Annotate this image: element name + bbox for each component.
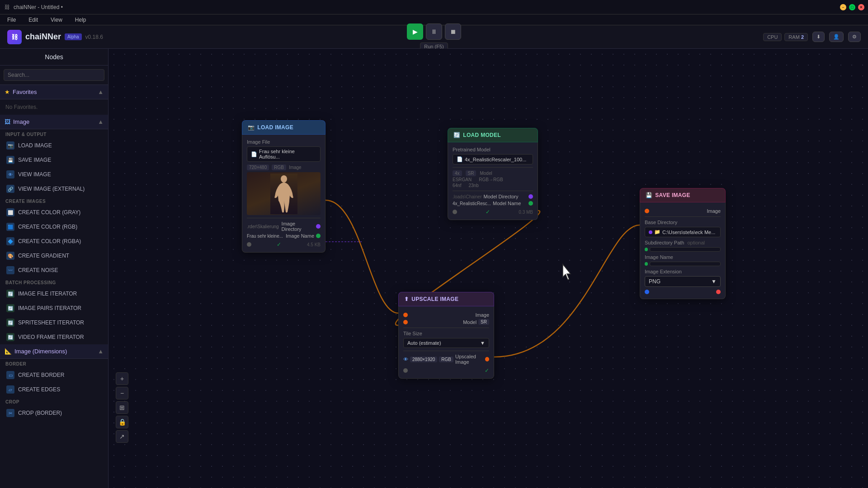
image-name-port[interactable] xyxy=(645,262,648,266)
border-header: BORDER xyxy=(0,359,108,368)
ext-select[interactable]: PNG ▼ xyxy=(645,276,721,287)
sidebar-item-save-image[interactable]: 💾 SAVE IMAGE xyxy=(0,153,108,167)
export-button[interactable]: ↗ xyxy=(116,430,128,443)
zoom-controls: + − ⊞ 🔒 ↗ xyxy=(116,372,128,443)
save-image-in-port[interactable] xyxy=(645,209,649,213)
version-label: v0.18.6 xyxy=(85,34,103,40)
save-bottom-left-dot xyxy=(645,290,649,294)
sidebar-item-create-color-gray[interactable]: ⬜ CREATE COLOR (GRAY) xyxy=(0,205,108,220)
app-logo: ⛓ xyxy=(7,30,22,44)
file-value[interactable]: 📄 Frau sehr kleine Auflösu... xyxy=(247,146,321,162)
run-stop-button[interactable]: ⏹ xyxy=(445,23,461,40)
model-dir-stub: .loads\Chainer xyxy=(453,194,481,199)
sidebar-item-view-image-ext[interactable]: 🔗 VIEW IMAGE (EXTERNAL) xyxy=(0,182,108,196)
sidebar-item-crop-border[interactable]: ✂ CROP (BORDER) xyxy=(0,406,108,420)
sidebar-item-create-color-rgba[interactable]: 🔷 CREATE COLOR (RGBA) xyxy=(0,234,108,249)
sidebar-item-image-pairs-iter[interactable]: 🔄 IMAGE PAIRS ITERATOR xyxy=(0,301,108,315)
save-image-body: Image Base Directory 📁 C:\Users\stefa\ec… xyxy=(640,202,726,299)
save-image-label: SAVE IMAGE xyxy=(18,157,51,163)
maximize-button[interactable]: □ xyxy=(849,4,855,10)
sidebar-item-video-frame-iter[interactable]: 🔄 VIDEO FRAME ITERATOR xyxy=(0,330,108,344)
sidebar-item-create-noise[interactable]: 〰 CREATE NOISE xyxy=(0,263,108,277)
save-bottom-right-dot xyxy=(716,290,721,294)
create-border-icon: ▭ xyxy=(6,371,14,379)
upscale-divider2 xyxy=(403,351,489,351)
lock-button[interactable]: 🔒 xyxy=(116,416,128,428)
cursor-indicator xyxy=(561,263,574,282)
sidebar-item-create-color-rgb[interactable]: 🟦 CREATE COLOR (RGB) xyxy=(0,220,108,234)
model-dir-port[interactable] xyxy=(528,194,533,199)
sidebar-item-view-image[interactable]: 👁 VIEW IMAGE xyxy=(0,167,108,182)
subdir-port[interactable] xyxy=(645,248,648,251)
image-pairs-iter-icon: 🔄 xyxy=(6,304,14,312)
menu-edit[interactable]: Edit xyxy=(26,16,41,24)
sidebar-item-load-image[interactable]: 📷 LOAD IMAGE xyxy=(0,138,108,153)
eye-icon: 👁 xyxy=(403,357,408,362)
favorites-label: Favorites xyxy=(13,89,37,95)
pretrained-value[interactable]: 📄 4x_RealisticRescaler_100... xyxy=(453,154,533,164)
search-input[interactable] xyxy=(4,69,104,81)
user-button[interactable]: 👤 xyxy=(829,32,844,42)
colorspace-badge: RGB xyxy=(272,164,286,170)
dir-output-port[interactable] xyxy=(316,224,321,229)
load-model-body: Pretrained Model 📄 4x_RealisticRescaler_… xyxy=(448,142,538,220)
create-color-rgb-icon: 🟦 xyxy=(6,223,14,231)
divider-model1 xyxy=(453,167,533,168)
node-connections xyxy=(108,49,868,488)
sidebar-item-create-border[interactable]: ▭ CREATE BORDER xyxy=(0,368,108,382)
sidebar-item-image-file-iter[interactable]: 🔄 IMAGE FILE ITERATOR xyxy=(0,286,108,301)
tile-size-select[interactable]: Auto (estimate) ▼ xyxy=(403,338,489,348)
video-frame-iter-label: VIDEO FRAME ITERATOR xyxy=(18,334,84,340)
menu-help[interactable]: Help xyxy=(72,16,89,24)
model-name-port[interactable] xyxy=(528,201,533,206)
name-output-port[interactable] xyxy=(316,234,321,238)
upscale-image-in-port[interactable] xyxy=(403,313,408,317)
image-file-iter-label: IMAGE FILE ITERATOR xyxy=(18,291,77,297)
model-info1: 4x SR Model xyxy=(453,170,533,176)
create-images-header: CREATE IMAGES xyxy=(0,196,108,205)
run-pause-button[interactable]: ⏸ xyxy=(426,23,442,40)
view-image-icon: 👁 xyxy=(6,170,14,178)
image-name-input[interactable] xyxy=(650,262,721,266)
upscaled-output-port[interactable] xyxy=(485,357,489,361)
main-layout: Nodes ★ Favorites ▲ No Favorites. 🖼 Imag… xyxy=(0,49,868,488)
sidebar-section-favorites[interactable]: ★ Favorites ▲ xyxy=(0,85,108,99)
create-border-label: CREATE BORDER xyxy=(18,372,64,378)
crop-header: CROP xyxy=(0,397,108,406)
favorites-toggle: ▲ xyxy=(98,89,104,95)
fit-view-button[interactable]: ⊞ xyxy=(116,401,128,414)
upscale-image-in-row: Image xyxy=(403,312,489,318)
upscaled-rgb-badge: RGB xyxy=(439,357,453,362)
sidebar-section-image[interactable]: 🖼 Image ▲ xyxy=(0,115,108,129)
no-favorites: No Favorites. xyxy=(0,99,108,115)
ext-chevron: ▼ xyxy=(711,278,717,285)
subdir-label: Subdirectory Path optional xyxy=(645,240,721,245)
upscale-footer-dot xyxy=(403,368,408,373)
base-dir-value[interactable]: 📁 C:\Users\stefa\eck Me... xyxy=(645,227,721,237)
menu-file[interactable]: File xyxy=(5,16,19,24)
model-file-icon: 📄 xyxy=(457,156,463,162)
img-dim-icon: 📐 xyxy=(5,348,12,355)
upscale-model-in-port[interactable] xyxy=(403,320,408,324)
download-button[interactable]: ⬇ xyxy=(812,32,825,42)
titlebar: ⛓ chaiNNer - Untitled • − □ ✕ xyxy=(0,0,868,14)
canvas-area[interactable]: 📷 LOAD IMAGE Image File 📄 Frau sehr klei… xyxy=(108,49,868,488)
menu-view[interactable]: View xyxy=(48,16,65,24)
ram-badge: RAM 2 xyxy=(784,33,808,41)
sidebar-section-image-dimensions[interactable]: 📐 Image (Dimensions) ▲ xyxy=(0,344,108,359)
minimize-button[interactable]: − xyxy=(840,4,846,10)
settings-button[interactable]: ⚙ xyxy=(848,32,861,42)
type-badge: SR xyxy=(466,170,476,176)
sidebar-item-spritesheet-iter[interactable]: 🔄 SPRITESHEET ITERATOR xyxy=(0,315,108,330)
subdir-input[interactable] xyxy=(650,247,721,252)
sidebar-item-create-edges[interactable]: ▱ CREATE EDGES xyxy=(0,382,108,397)
close-button[interactable]: ✕ xyxy=(858,4,864,10)
dir-label: Image Directory xyxy=(282,221,316,232)
run-play-button[interactable]: ▶ xyxy=(407,23,423,40)
zoom-out-button[interactable]: − xyxy=(116,387,128,399)
zoom-in-button[interactable]: + xyxy=(116,372,128,385)
save-image-bottom xyxy=(645,290,721,294)
sidebar-item-create-gradient[interactable]: 🎨 CREATE GRADIENT xyxy=(0,249,108,263)
base-dir-port[interactable] xyxy=(649,230,652,234)
window-controls: − □ ✕ xyxy=(840,4,864,10)
